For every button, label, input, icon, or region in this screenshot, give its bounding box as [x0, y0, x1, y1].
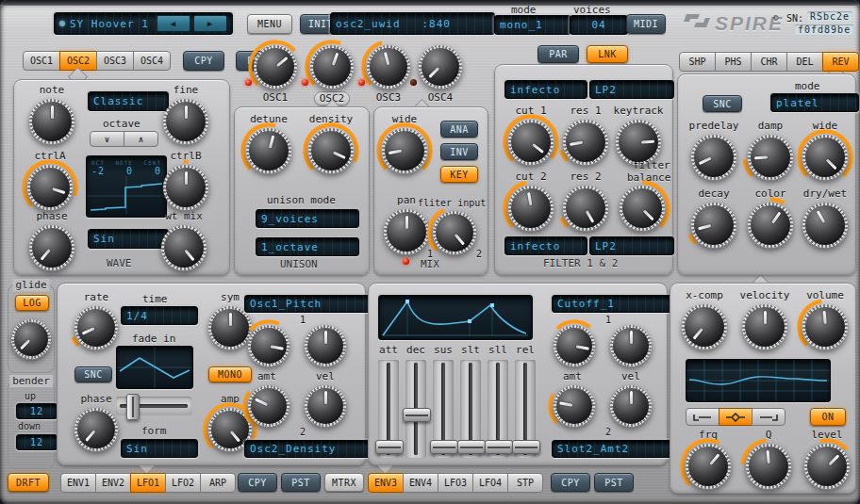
tab-shp[interactable]: SHP — [679, 52, 716, 72]
low-shelf-button[interactable] — [686, 408, 719, 426]
lfo-time-select[interactable]: 1/4 — [121, 306, 198, 325]
tab-lfo4[interactable]: LFO4 — [472, 473, 508, 493]
tab-rev[interactable]: REV — [822, 52, 859, 72]
tab-env3[interactable]: ENV3 — [368, 473, 404, 493]
osc1-level-knob[interactable]: OSC1 — [254, 45, 297, 104]
lfo-slot1-target-display[interactable]: Osc1_Pitch — [244, 295, 371, 313]
lfo-form-select[interactable]: Sin — [121, 439, 198, 458]
wtmix-knob[interactable]: wt mix — [161, 210, 207, 270]
par-button[interactable]: PAR — [538, 45, 579, 63]
tab-chr[interactable]: CHR — [751, 52, 787, 72]
velocity-knob[interactable]: velocity — [742, 289, 787, 350]
ana-button[interactable]: ANA — [440, 121, 478, 138]
filter-input-knob[interactable] — [433, 211, 476, 254]
slider-handle[interactable] — [485, 440, 513, 454]
preset-prev-button[interactable]: ◀ — [157, 15, 190, 32]
play-mode-display[interactable]: mono_1 — [494, 15, 571, 35]
lfo-phase-slider[interactable] — [116, 397, 191, 415]
tab-env2[interactable]: ENV2 — [95, 473, 131, 493]
slider-handle[interactable] — [430, 440, 458, 454]
glide-knob[interactable] — [11, 319, 51, 359]
osc2-level-knob[interactable]: OSC2 — [310, 45, 354, 106]
matrix-button[interactable]: MTRX — [324, 473, 364, 492]
wave-select[interactable]: Sin — [88, 229, 169, 249]
preset-display[interactable]: SY Hoover 1 ◀ ▶ — [54, 12, 233, 35]
res1-knob[interactable]: res 1 — [563, 105, 608, 165]
sustain-slider[interactable]: sus — [430, 344, 456, 458]
key-button[interactable]: KEY — [440, 166, 478, 183]
unison-voices-select[interactable]: 9_voices — [256, 209, 359, 228]
tab-lfo2[interactable]: LFO2 — [165, 473, 201, 493]
decay-knob[interactable]: decay — [691, 187, 736, 248]
lfo-vel1-knob[interactable] — [305, 325, 346, 366]
ctrla-knob[interactable]: ctrlA — [27, 150, 73, 210]
damp-knob[interactable]: damp — [748, 120, 793, 180]
eq-on-button[interactable]: ON — [810, 408, 846, 426]
xcomp-knob[interactable]: x-comp — [682, 289, 727, 350]
lnk-button[interactable]: LNK — [587, 45, 628, 63]
frq-knob[interactable]: frq — [686, 429, 731, 489]
lfo-vel2-knob[interactable] — [305, 385, 346, 427]
decay-slider[interactable]: dec — [403, 344, 429, 458]
fx-snc-button[interactable]: SNC — [703, 95, 742, 112]
tab-env4[interactable]: ENV4 — [403, 473, 438, 493]
drift-button[interactable]: DRFT — [8, 473, 49, 492]
q-knob[interactable]: Q — [746, 429, 791, 489]
tab-del[interactable]: DEL — [786, 52, 823, 72]
tab-stp[interactable]: STP — [507, 473, 543, 493]
bender-up-display[interactable]: 12 — [16, 403, 58, 419]
menu-button[interactable]: MENU — [247, 14, 292, 34]
detune-knob[interactable]: detune — [246, 113, 291, 173]
slider-handle[interactable] — [403, 408, 431, 422]
slider-handle[interactable] — [375, 440, 404, 454]
mod2-paste-button[interactable]: PST — [594, 473, 634, 492]
voices-display[interactable]: 04 — [570, 15, 628, 35]
slope-level-slider[interactable]: sll — [485, 344, 511, 458]
density-knob[interactable]: density — [308, 113, 354, 173]
env-vel2-knob[interactable] — [610, 385, 652, 427]
tab-arp[interactable]: ARP — [200, 473, 236, 493]
octave-down-button[interactable]: ∨ — [90, 131, 124, 147]
inv-button[interactable]: INV — [440, 143, 478, 160]
mod1-copy-button[interactable]: CPY — [238, 473, 277, 492]
log-button[interactable]: LOG — [15, 295, 49, 311]
env-slot2-target-display[interactable]: Slot2_Amt2 — [552, 440, 672, 458]
rate-knob[interactable]: rate — [74, 291, 118, 350]
midi-button[interactable]: MIDI — [626, 14, 666, 34]
predelay-knob[interactable]: predelay — [691, 120, 736, 180]
level-knob[interactable]: level — [804, 429, 850, 489]
high-shelf-button[interactable] — [752, 408, 786, 426]
mod2-copy-button[interactable]: CPY — [551, 473, 590, 492]
slider-handle[interactable] — [512, 440, 540, 454]
osc3-level-knob[interactable]: OSC3 — [367, 45, 410, 104]
env-amt2-knob[interactable] — [554, 385, 595, 427]
filter1-type-select[interactable]: infecto — [504, 80, 587, 99]
filter2-type-select[interactable]: infecto — [504, 236, 587, 255]
cut1-knob[interactable]: cut 1 — [508, 105, 554, 165]
env-slot1-target-display[interactable]: Cutoff_1 — [552, 295, 672, 313]
lfo-slot2-target-display[interactable]: Osc2_Density — [244, 440, 371, 458]
filter-balance-knob[interactable] — [620, 186, 665, 231]
tab-osc4[interactable]: OSC4 — [133, 51, 171, 71]
fx-wide-knob[interactable]: wide — [802, 120, 848, 180]
tab-osc3[interactable]: OSC3 — [96, 51, 134, 71]
lfo-amt2-knob[interactable] — [248, 385, 289, 427]
env-amt1-knob[interactable] — [554, 325, 595, 366]
color-knob[interactable]: color — [748, 187, 793, 248]
lfo-phase-knob[interactable]: phase — [74, 393, 118, 451]
volume-knob[interactable]: volume — [802, 289, 848, 350]
unison-range-select[interactable]: 1_octave — [256, 237, 359, 256]
tab-phs[interactable]: PHS — [715, 52, 752, 72]
note-knob[interactable]: note — [29, 84, 74, 144]
wide-knob[interactable]: wide — [382, 113, 427, 173]
tab-lfo3[interactable]: LFO3 — [438, 473, 473, 493]
osc-copy-button[interactable]: CPY — [183, 51, 224, 71]
octave-up-button[interactable]: ∧ — [124, 131, 158, 147]
bender-down-display[interactable]: 12 — [16, 434, 58, 450]
peak-band-button[interactable] — [719, 408, 752, 426]
env-vel1-knob[interactable] — [610, 325, 652, 366]
drywet-knob[interactable]: dry/wet — [802, 187, 848, 248]
filter2-mode-select[interactable]: LP2 — [589, 236, 674, 255]
filter1-mode-select[interactable]: LP2 — [589, 80, 674, 99]
slider-handle[interactable] — [457, 440, 486, 454]
